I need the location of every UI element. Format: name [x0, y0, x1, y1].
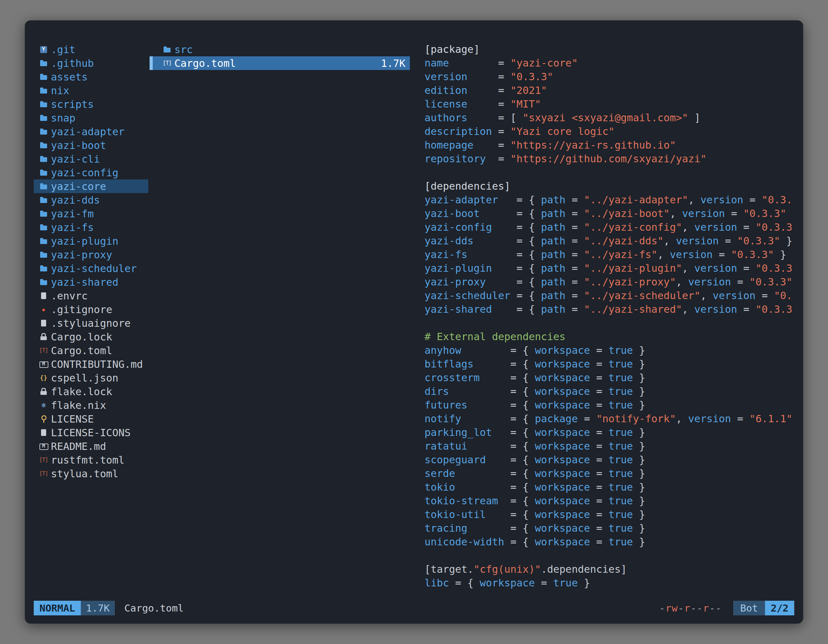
entry-LICENSE[interactable]: LICENSE: [34, 412, 148, 426]
entry-yazi-adapter[interactable]: yazi-adapter: [34, 125, 148, 138]
md-icon: M: [39, 357, 49, 371]
preview-line: ratatui = { workspace = true }: [425, 439, 793, 453]
entry-snap[interactable]: snap: [34, 111, 148, 125]
entry-yazi-proxy[interactable]: yazi-proxy: [34, 248, 148, 262]
file-icon: [39, 426, 49, 439]
entry-name: yazi-fs: [51, 221, 94, 233]
preview-line: version = "0.3.3": [425, 70, 793, 84]
entry-yazi-core[interactable]: yazi-core: [34, 179, 148, 193]
entry-name: scripts: [51, 98, 94, 110]
entry-name: README.md: [51, 440, 106, 453]
entry-Cargo.toml[interactable]: [T]Cargo.toml1.7K: [149, 56, 410, 70]
mode-badge: NORMAL: [34, 601, 81, 615]
preview-line: unicode-width = { workspace = true }: [425, 535, 793, 549]
preview-line: [dependencies]: [425, 179, 793, 193]
entry-src[interactable]: src: [149, 42, 410, 56]
entry-flake.nix[interactable]: ❄flake.nix: [34, 398, 148, 412]
preview-line: yazi-fs = { path = "../yazi-fs", version…: [425, 248, 793, 262]
entry-name: Cargo.toml: [174, 57, 236, 69]
preview-line: repository = "https://github.com/sxyazi/…: [425, 152, 793, 166]
entry-nix[interactable]: nix: [34, 84, 148, 97]
entry-yazi-cli[interactable]: yazi-cli: [34, 152, 148, 166]
entry-name: LICENSE-ICONS: [51, 427, 130, 439]
toml-icon: [T]: [39, 467, 49, 481]
entry-cspell.json[interactable]: {}cspell.json: [34, 371, 148, 385]
entry-yazi-scheduler[interactable]: yazi-scheduler: [34, 262, 148, 275]
toml-icon: [T]: [39, 344, 49, 357]
file-icon: [39, 289, 49, 302]
entry-name: flake.lock: [51, 385, 112, 398]
folder-icon: [39, 179, 49, 193]
entry-name: flake.nix: [51, 399, 106, 411]
selection-marker: [149, 56, 153, 70]
entry-scripts[interactable]: scripts: [34, 97, 148, 111]
entry-size: 1.7K: [381, 57, 405, 69]
lock-icon: [39, 330, 49, 344]
folder-icon: [39, 138, 49, 152]
entry-name: nix: [51, 85, 69, 97]
preview-line: [425, 549, 793, 563]
key-icon: [39, 412, 49, 426]
diamond-icon: ◆: [39, 302, 49, 316]
file-icon: [39, 316, 49, 330]
preview-line: serde = { workspace = true }: [425, 467, 793, 481]
entry-.styluaignore[interactable]: .styluaignore: [34, 316, 148, 330]
entry-name: .styluaignore: [51, 317, 130, 329]
entry-name: yazi-plugin: [51, 235, 118, 247]
preview-line: yazi-plugin = { path = "../yazi-plugin",…: [425, 262, 793, 275]
preview-line: dirs = { workspace = true }: [425, 385, 793, 398]
file-preview-pane[interactable]: [package]name = "yazi-core"version = "0.…: [425, 42, 793, 605]
entry-yazi-fm[interactable]: yazi-fm: [34, 207, 148, 221]
entry-LICENSE-ICONS[interactable]: LICENSE-ICONS: [34, 426, 148, 439]
entry-name: cspell.json: [51, 372, 118, 384]
entry-assets[interactable]: assets: [34, 70, 148, 84]
entry-Cargo.lock[interactable]: Cargo.lock: [34, 330, 148, 344]
entry-stylua.toml[interactable]: [T]stylua.toml: [34, 467, 148, 481]
entry-name: Cargo.toml: [51, 345, 112, 357]
entry-name: stylua.toml: [51, 468, 118, 480]
preview-line: description = "Yazi core logic": [425, 125, 793, 138]
entry-name: yazi-fm: [51, 208, 94, 220]
preview-line: tokio-stream = { workspace = true }: [425, 494, 793, 508]
preview-line: tokio-util = { workspace = true }: [425, 508, 793, 522]
md-icon: M: [39, 439, 49, 453]
entry-name: src: [174, 44, 193, 56]
preview-line: authors = [ "sxyazi <sxyazi@gmail.com>" …: [425, 111, 793, 125]
entry-yazi-fs[interactable]: yazi-fs: [34, 221, 148, 234]
entry-name: rustfmt.toml: [51, 454, 124, 466]
entry-name: .git: [51, 44, 75, 56]
entry-name: yazi-cli: [51, 153, 100, 165]
entry-yazi-boot[interactable]: yazi-boot: [34, 138, 148, 152]
entry-rustfmt.toml[interactable]: [T]rustfmt.toml: [34, 453, 148, 467]
entry-name: .envrc: [51, 290, 88, 302]
folder-icon: [39, 275, 49, 289]
preview-line: homepage = "https://yazi-rs.github.io": [425, 138, 793, 152]
entry-name: yazi-proxy: [51, 249, 112, 261]
scroll-position-label: Bot: [733, 601, 765, 615]
entry-yazi-config[interactable]: yazi-config: [34, 166, 148, 179]
preview-line: crossterm = { workspace = true }: [425, 371, 793, 385]
entry-.gitignore[interactable]: ◆.gitignore: [34, 302, 148, 316]
entry-yazi-dds[interactable]: yazi-dds: [34, 193, 148, 207]
preview-line: libc = { workspace = true }: [425, 576, 793, 590]
entry-yazi-shared[interactable]: yazi-shared: [34, 275, 148, 289]
entry-yazi-plugin[interactable]: yazi-plugin: [34, 234, 148, 248]
preview-line: bitflags = { workspace = true }: [425, 357, 793, 371]
entry-flake.lock[interactable]: flake.lock: [34, 385, 148, 398]
parent-directory-pane: .git.githubassetsnixscriptssnapyazi-adap…: [34, 42, 148, 481]
preview-line: scopeguard = { workspace = true }: [425, 453, 793, 467]
entry-Cargo.toml[interactable]: [T]Cargo.toml: [34, 344, 148, 357]
entry-name: CONTRIBUTING.md: [51, 358, 143, 370]
folder-icon: [39, 262, 49, 275]
entry-.git[interactable]: .git: [34, 42, 148, 56]
preview-line: [425, 166, 793, 179]
preview-line: license = "MIT": [425, 97, 793, 111]
terminal-window: .git.githubassetsnixscriptssnapyazi-adap…: [25, 20, 803, 624]
entry-.github[interactable]: .github: [34, 56, 148, 70]
entry-README.md[interactable]: MREADME.md: [34, 439, 148, 453]
entry-CONTRIBUTING.md[interactable]: MCONTRIBUTING.md: [34, 357, 148, 371]
preview-line: futures = { workspace = true }: [425, 398, 793, 412]
entry-.envrc[interactable]: .envrc: [34, 289, 148, 302]
preview-line: yazi-config = { path = "../yazi-config",…: [425, 221, 793, 234]
folder-icon: [39, 152, 49, 166]
